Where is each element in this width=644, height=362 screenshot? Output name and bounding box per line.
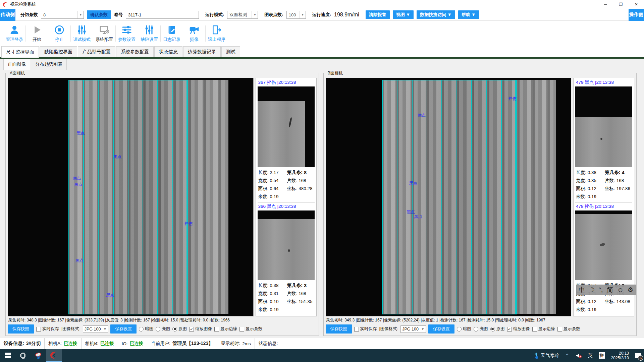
save-settings-button[interactable]: 保存设置 <box>110 324 137 334</box>
show-edge-checkbox[interactable]: 显示边缘 <box>214 326 237 332</box>
defect-thumbnail[interactable] <box>258 86 315 167</box>
image-format-select[interactable]: JPG 100▼ <box>83 325 108 333</box>
defect-settings-button[interactable]: 缺陷设置 <box>138 23 160 44</box>
realtime-save-checkbox[interactable]: 实时保存 <box>354 326 377 332</box>
help-menu-button[interactable]: 帮助 ▼ <box>458 10 479 19</box>
zoom-image-checkbox[interactable]: ✓缩放图像 <box>189 326 212 332</box>
slit-count-value: 8 <box>43 12 46 17</box>
taskbar-clock[interactable]: 20:13 2025/2/10 <box>608 349 632 362</box>
log-record-button[interactable]: 日志记录 <box>161 23 183 44</box>
start-button[interactable]: 开始 <box>26 23 48 44</box>
defect-annotation-label: 黑点 <box>74 182 82 187</box>
save-settings-button[interactable]: 保存设置 <box>428 324 454 334</box>
run-speed-label: 运行速度: <box>312 12 331 18</box>
camera-b-panel: B面相机 挫伤黑点黑点黑点黑点 479 黑点 |20:13:38 长度:0.38… <box>323 73 637 336</box>
snipping-tool-button[interactable] <box>31 349 46 362</box>
tab-test[interactable]: 测试 <box>221 46 240 57</box>
exit-program-button[interactable]: 退出程序 <box>206 23 228 44</box>
checkbox-icon <box>214 327 219 331</box>
ime-punctuation-button[interactable]: °, <box>598 287 603 293</box>
original-image-radio[interactable]: 原图 <box>172 326 187 332</box>
minimize-button[interactable]: ─ <box>598 0 613 9</box>
tab-edge-data-record[interactable]: 边缘数据记录 <box>183 46 221 57</box>
defect-header[interactable]: 366 黑点 |20:13:38 <box>258 202 315 210</box>
play-icon <box>32 24 42 35</box>
icon-toolbar: 管理登录 开始 停止 调试模式 系统配置 参数设置 缺陷设置 日志记录 摄像 <box>0 21 644 46</box>
vision-app-taskbar-button[interactable] <box>46 349 62 362</box>
drive-side-button[interactable]: 传动侧 <box>0 9 15 21</box>
slit-count-select[interactable]: 8 ▼ <box>41 11 84 19</box>
camera-a-panel: A面相机 黑点黑点黑点黑点挫伤黑点黑点 367 挫伤 |20:13:38 长度:… <box>5 73 319 336</box>
clear-alarm-button[interactable]: 清除报警 <box>366 10 390 19</box>
show-edge-checkbox[interactable]: 显示边缘 <box>532 326 555 332</box>
camera-a-image[interactable]: 黑点黑点黑点黑点挫伤黑点黑点 <box>8 78 254 316</box>
tab-status-info[interactable]: 状态信息 <box>154 46 182 57</box>
view-menu-button[interactable]: 视图 ▼ <box>393 10 414 19</box>
zoom-image-checkbox[interactable]: ✓缩放图像 <box>507 326 530 332</box>
save-snapshot-button[interactable]: 保存快照 <box>326 324 352 334</box>
ime-simplified-button[interactable]: 简 <box>607 287 613 293</box>
defect-thumbnail[interactable] <box>575 210 632 280</box>
run-mode-select[interactable]: 双面检测 ▼ <box>227 11 258 19</box>
volume-muted-button[interactable] <box>572 349 585 362</box>
hidden-icons-button[interactable]: ⌃ <box>562 349 572 362</box>
system-config-button[interactable]: 系统配置 <box>93 23 115 44</box>
notification-center-button[interactable]: 6 <box>632 349 644 362</box>
tab-defect-monitor[interactable]: 缺陷监控界面 <box>40 46 77 57</box>
maximize-button[interactable]: ❐ <box>613 0 629 9</box>
confirm-count-button[interactable]: 确认条数 <box>87 10 111 19</box>
ime-settings-icon[interactable]: ⚙ <box>628 287 633 293</box>
run-mode-label: 运行模式: <box>205 12 224 18</box>
clock-date: 2025/2/10 <box>611 356 629 360</box>
bright-image-radio[interactable]: 亮图 <box>156 326 170 332</box>
subtab-front-image[interactable]: 正面图像 <box>3 59 30 70</box>
ime-chinese-mode-button[interactable]: 中 <box>579 287 585 293</box>
camera-b-image[interactable]: 挫伤黑点黑点黑点黑点 <box>326 78 572 316</box>
admin-login-button[interactable]: 管理登录 <box>3 23 25 44</box>
start-button[interactable] <box>0 349 15 362</box>
close-button[interactable]: ✕ <box>629 0 644 9</box>
checkbox-icon <box>557 327 562 331</box>
data-quick-access-menu-button[interactable]: 数据快捷访问 ▼ <box>417 10 455 19</box>
app-logo-icon <box>50 351 58 359</box>
defect-header[interactable]: 367 挫伤 |20:13:38 <box>258 79 315 86</box>
defect-annotation-label: 黑点 <box>409 180 417 186</box>
dark-image-radio[interactable]: 暗图 <box>139 326 153 332</box>
camera-record-button[interactable]: 摄像 <box>183 23 205 44</box>
strip-divider-line <box>457 80 457 314</box>
parameter-settings-button[interactable]: 参数设置 <box>116 23 138 44</box>
tab-product-model-config[interactable]: 产品型号配置 <box>78 46 115 57</box>
operate-side-button[interactable]: 操作侧 <box>629 9 644 21</box>
bright-image-radio[interactable]: 亮图 <box>474 326 488 332</box>
defect-header[interactable]: 478 挫伤 |20:13:38 <box>575 202 632 210</box>
camera-a-connection-segment: 相机A:已连接 <box>45 338 81 349</box>
video-camera-icon <box>189 24 200 35</box>
task-view-button[interactable] <box>15 349 31 362</box>
chart-points-select[interactable]: 100 ▼ <box>286 11 306 19</box>
show-strips-checkbox[interactable]: 显示条数 <box>557 326 580 332</box>
ime-halfmoon-icon[interactable]: ☽ <box>589 287 595 293</box>
image-format-label: |图像格式: <box>379 326 398 332</box>
task-view-icon <box>20 353 26 359</box>
speaker-muted-icon <box>575 353 582 359</box>
pinyin-ime-button[interactable]: 拼 <box>596 349 608 362</box>
debug-mode-button[interactable]: 调试模式 <box>71 23 93 44</box>
original-image-radio[interactable]: 原图 <box>490 326 505 332</box>
roll-number-input[interactable] <box>126 11 199 19</box>
save-snapshot-button[interactable]: 保存快照 <box>8 324 34 334</box>
weather-tray-item[interactable]: 天气寒冷 <box>531 349 562 362</box>
image-format-select[interactable]: JPG 100▼ <box>400 325 426 333</box>
defect-thumbnail[interactable] <box>258 210 315 280</box>
slit-count-label: 分切条数 <box>20 12 38 18</box>
defect-thumbnail[interactable] <box>575 86 632 167</box>
tab-size-monitor[interactable]: 尺寸监控界面 <box>1 46 39 58</box>
stop-button[interactable]: 停止 <box>48 23 70 44</box>
tab-system-param-config[interactable]: 系统参数配置 <box>116 46 154 57</box>
realtime-save-checkbox[interactable]: 实时保存 <box>36 326 59 332</box>
dark-image-radio[interactable]: 暗图 <box>457 326 471 332</box>
input-language-button[interactable]: 英 <box>585 349 596 362</box>
defect-header[interactable]: 479 黑点 |20:13:38 <box>575 79 632 86</box>
show-strips-checkbox[interactable]: 显示条数 <box>239 326 262 332</box>
subtab-distribution-trend[interactable]: 分布趋势图表 <box>31 59 67 70</box>
ime-emoji-icon[interactable]: ☺ <box>617 287 624 293</box>
